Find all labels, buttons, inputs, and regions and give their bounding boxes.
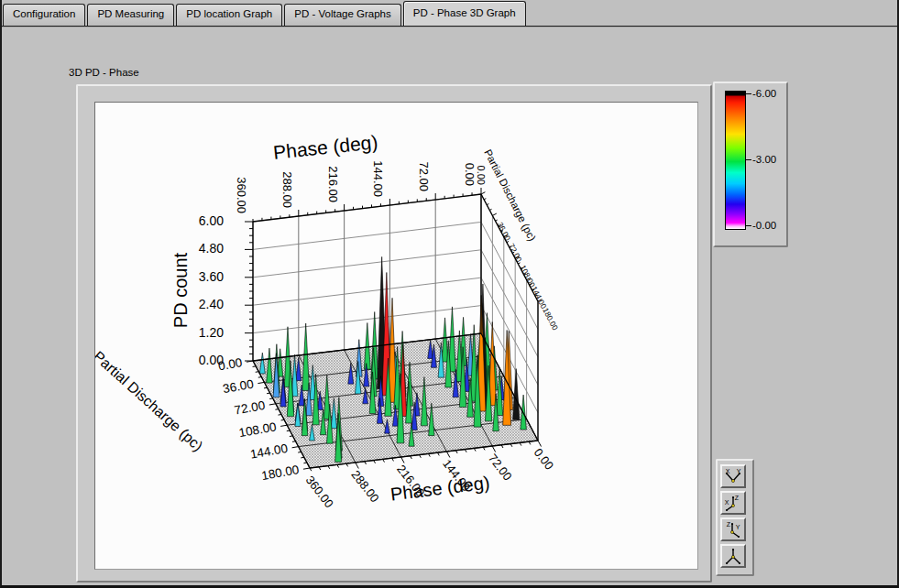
- x-axis-top-tick-label: 216.00: [326, 166, 340, 202]
- svg-text:Y: Y: [737, 468, 741, 474]
- x-axis-top-tick-label: 144.00: [371, 160, 385, 197]
- y-axis-left-tick-label: 72.00: [233, 398, 266, 418]
- 3d-graph-panel: 360.00360.00288.00288.00216.00216.00144.…: [76, 84, 712, 583]
- svg-text:X: X: [725, 499, 729, 506]
- x-axis-top-tick-label: 360.00: [235, 177, 248, 213]
- z-axis-tick-label: 2.40: [199, 297, 224, 311]
- 3d-view-button[interactable]: [720, 544, 746, 568]
- z-axis-tick-label: 6.00: [199, 213, 224, 228]
- xy-projection-button[interactable]: XY: [720, 464, 746, 488]
- 3d-plot-svg[interactable]: 360.00360.00288.00288.00216.00216.00144.…: [95, 103, 697, 569]
- x-axis-bottom-tick-label: 288.00: [348, 468, 381, 506]
- x-axis-top-title: Phase (deg): [272, 131, 378, 163]
- x-axis-bottom-tick-label: 0.00: [532, 446, 556, 473]
- svg-text:Z: Z: [735, 495, 740, 501]
- tab-pd-voltage-graphs[interactable]: PD - Voltage Graphs: [284, 4, 400, 26]
- z-axis-tick-label: 3.60: [199, 269, 224, 284]
- 3d-plot-area[interactable]: 360.00360.00288.00288.00216.00216.00144.…: [94, 102, 698, 570]
- tab-bar: ConfigurationPD MeasuringPD location Gra…: [3, 1, 528, 26]
- y-axis-left-tick-label: 144.00: [249, 441, 289, 462]
- x-axis-top-tick-label: 0.00: [463, 163, 477, 186]
- zy-projection-button[interactable]: ZY: [720, 517, 746, 541]
- color-scale-gradient[interactable]: [725, 91, 746, 230]
- y-axis-right-tick-label: 180.00: [541, 306, 560, 332]
- y-axis-left-title: Partial Discharge (pc): [95, 348, 206, 454]
- color-scale-mid-label: -3.00: [752, 154, 785, 165]
- color-scale-tick-mid: [745, 159, 751, 160]
- y-axis-left-tick-label: 0.00: [217, 355, 243, 373]
- svg-text:Z: Z: [727, 521, 731, 528]
- graph-panel-label: 3D PD - Phase: [69, 67, 139, 78]
- x-axis-bottom-tick-label: 360.00: [303, 474, 336, 511]
- x-axis-bottom-tick-label: 72.00: [486, 452, 515, 484]
- tab-configuration[interactable]: Configuration: [3, 4, 85, 26]
- color-scale-panel: -6.00 -3.00 -0.00: [713, 82, 788, 247]
- z-axis-tick-label: 1.20: [199, 325, 224, 340]
- color-scale-max-label: -6.00: [752, 88, 785, 99]
- y-axis-left-tick-label: 180.00: [260, 463, 300, 483]
- z-axis-title: PD count: [170, 252, 191, 328]
- zy-projection-icon: ZY: [723, 521, 743, 539]
- y-axis-left-tick-label: 36.00: [222, 377, 255, 397]
- tab-page: 3D PD - Phase 360.00360.00288.00288.0021…: [0, 26, 899, 583]
- x-axis-top-tick-label: 72.00: [417, 161, 431, 191]
- tab-pd-measuring[interactable]: PD Measuring: [87, 4, 174, 26]
- tab-pd-location-graph[interactable]: PD location Graph: [176, 4, 282, 26]
- projection-button-panel: XYZXZY: [716, 459, 754, 576]
- y-axis-right-tick-label: 0.00: [476, 166, 487, 185]
- color-scale-tick-max: [745, 93, 751, 94]
- z-axis-tick-label: 4.80: [199, 241, 224, 256]
- xz-projection-button[interactable]: ZX: [720, 491, 746, 515]
- svg-text:Y: Y: [736, 524, 740, 530]
- 3d-view-icon: [723, 548, 743, 565]
- xz-projection-icon: ZX: [723, 495, 743, 512]
- xy-projection-icon: XY: [723, 468, 743, 485]
- y-axis-left-tick-label: 108.00: [237, 419, 277, 440]
- tab-pd-phase-3d-graph[interactable]: PD - Phase 3D Graph: [403, 1, 526, 26]
- x-axis-top-tick-label: 288.00: [280, 171, 294, 208]
- svg-text:X: X: [726, 468, 730, 474]
- color-scale-min-label: -0.00: [752, 220, 785, 231]
- color-scale-tick-min: [745, 225, 751, 226]
